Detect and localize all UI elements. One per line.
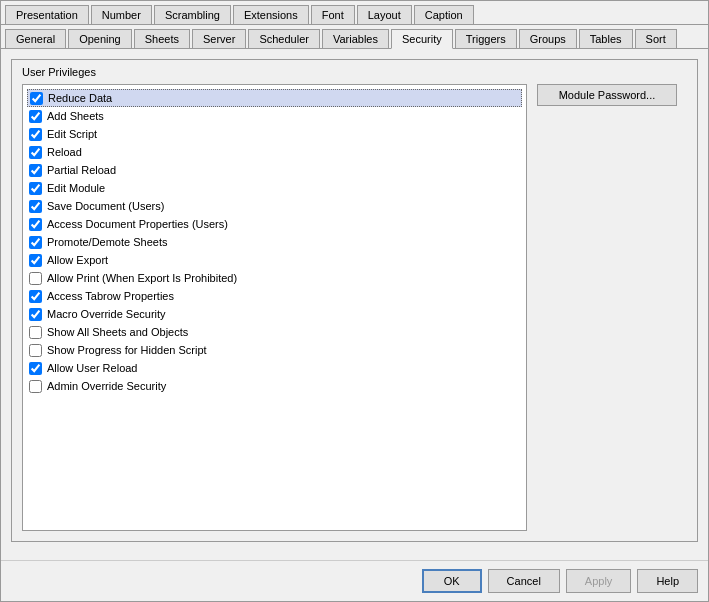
privilege-label: Access Tabrow Properties [47,290,174,302]
right-col: Module Password... [527,84,687,531]
privilege-checkbox[interactable] [29,200,42,213]
tab-row2-opening[interactable]: Opening [68,29,132,48]
privilege-checkbox[interactable] [29,128,42,141]
privilege-item[interactable]: Show Progress for Hidden Script [27,341,522,359]
tab-row1-layout[interactable]: Layout [357,5,412,24]
privilege-item[interactable]: Save Document (Users) [27,197,522,215]
privilege-item[interactable]: Partial Reload [27,161,522,179]
privilege-item[interactable]: Macro Override Security [27,305,522,323]
privilege-label: Reload [47,146,82,158]
tab-row2-server[interactable]: Server [192,29,246,48]
privilege-checkbox[interactable] [29,110,42,123]
tab-row2-variables[interactable]: Variables [322,29,389,48]
ok-button[interactable]: OK [422,569,482,593]
privilege-list[interactable]: Reduce DataAdd SheetsEdit ScriptReloadPa… [22,84,527,531]
privilege-checkbox[interactable] [29,344,42,357]
privilege-item[interactable]: Reduce Data [27,89,522,107]
tab-row2-tables[interactable]: Tables [579,29,633,48]
help-button[interactable]: Help [637,569,698,593]
user-privileges-group: User Privileges Reduce DataAdd SheetsEdi… [11,59,698,542]
tab-row1-scrambling[interactable]: Scrambling [154,5,231,24]
cancel-button[interactable]: Cancel [488,569,560,593]
tab-row1-extensions[interactable]: Extensions [233,5,309,24]
privilege-item[interactable]: Add Sheets [27,107,522,125]
privilege-item[interactable]: Edit Module [27,179,522,197]
tab-row2-sort[interactable]: Sort [635,29,677,48]
privilege-label: Admin Override Security [47,380,166,392]
privilege-label: Show All Sheets and Objects [47,326,188,338]
footer: OK Cancel Apply Help [1,560,708,601]
tab-row1-caption[interactable]: Caption [414,5,474,24]
dialog: PresentationNumberScramblingExtensionsFo… [0,0,709,602]
privilege-label: Edit Module [47,182,105,194]
privilege-checkbox[interactable] [29,308,42,321]
privilege-label: Partial Reload [47,164,116,176]
privilege-item[interactable]: Edit Script [27,125,522,143]
privilege-checkbox[interactable] [29,236,42,249]
privilege-item[interactable]: Reload [27,143,522,161]
privilege-checkbox[interactable] [29,254,42,267]
privilege-checkbox[interactable] [29,218,42,231]
tab-row2-sheets[interactable]: Sheets [134,29,190,48]
privilege-checkbox[interactable] [29,164,42,177]
privilege-label: Allow User Reload [47,362,137,374]
privilege-checkbox[interactable] [29,272,42,285]
privilege-checkbox[interactable] [30,92,43,105]
tab-row2-groups[interactable]: Groups [519,29,577,48]
privilege-label: Promote/Demote Sheets [47,236,167,248]
privilege-checkbox[interactable] [29,290,42,303]
module-password-button[interactable]: Module Password... [537,84,677,106]
privilege-item[interactable]: Allow User Reload [27,359,522,377]
privilege-item[interactable]: Show All Sheets and Objects [27,323,522,341]
privilege-label: Add Sheets [47,110,104,122]
tab-row1-presentation[interactable]: Presentation [5,5,89,24]
privilege-label: Show Progress for Hidden Script [47,344,207,356]
privilege-label: Reduce Data [48,92,112,104]
privilege-label: Edit Script [47,128,97,140]
tab-row2-triggers[interactable]: Triggers [455,29,517,48]
privilege-item[interactable]: Admin Override Security [27,377,522,395]
privilege-item[interactable]: Promote/Demote Sheets [27,233,522,251]
tab-row2-general[interactable]: General [5,29,66,48]
privilege-item[interactable]: Allow Export [27,251,522,269]
privilege-item[interactable]: Allow Print (When Export Is Prohibited) [27,269,522,287]
privilege-checkbox[interactable] [29,326,42,339]
privilege-checkbox[interactable] [29,182,42,195]
privilege-label: Allow Print (When Export Is Prohibited) [47,272,237,284]
apply-button[interactable]: Apply [566,569,632,593]
tab-row1-number[interactable]: Number [91,5,152,24]
group-label: User Privileges [22,66,687,78]
privilege-label: Macro Override Security [47,308,166,320]
privilege-checkbox[interactable] [29,380,42,393]
two-col-layout: Reduce DataAdd SheetsEdit ScriptReloadPa… [22,84,687,531]
tab-row-1: PresentationNumberScramblingExtensionsFo… [1,1,708,25]
content-area: User Privileges Reduce DataAdd SheetsEdi… [1,49,708,560]
privilege-label: Access Document Properties (Users) [47,218,228,230]
privilege-item[interactable]: Access Document Properties (Users) [27,215,522,233]
tab-row2-scheduler[interactable]: Scheduler [248,29,320,48]
tab-row-2: GeneralOpeningSheetsServerSchedulerVaria… [1,25,708,49]
tab-row1-font[interactable]: Font [311,5,355,24]
privilege-item[interactable]: Access Tabrow Properties [27,287,522,305]
privilege-label: Save Document (Users) [47,200,164,212]
tab-row2-security[interactable]: Security [391,29,453,49]
privilege-label: Allow Export [47,254,108,266]
privilege-checkbox[interactable] [29,362,42,375]
privilege-checkbox[interactable] [29,146,42,159]
